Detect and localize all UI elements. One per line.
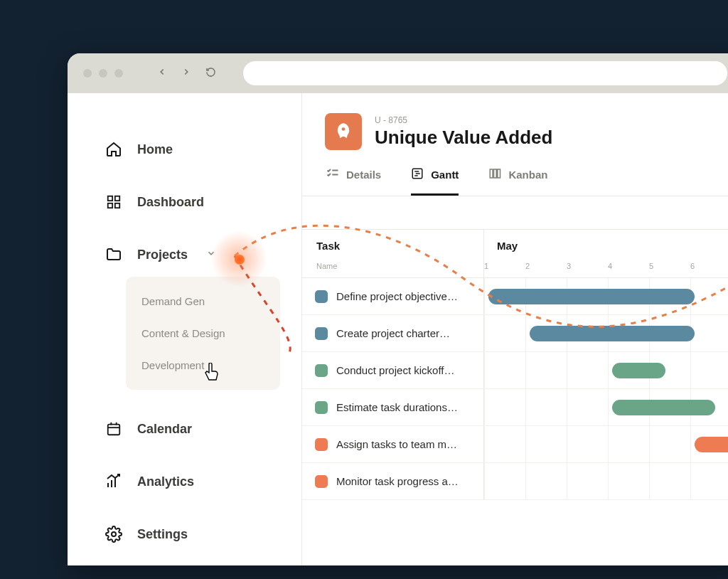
sidebar-item-projects[interactable]: Projects [105, 228, 301, 281]
sidebar-item-label: Home [137, 142, 173, 157]
task-label: Assign tasks to team m… [336, 438, 457, 450]
sidebar-item-settings[interactable]: Settings [105, 508, 301, 561]
task-color-swatch [315, 475, 328, 488]
svg-rect-2 [108, 203, 112, 208]
gantt-timeline-cell[interactable] [484, 315, 728, 351]
day-label: 5 [649, 262, 690, 270]
traffic-light-maximize[interactable] [114, 69, 123, 78]
tab-details[interactable]: Details [326, 167, 381, 196]
calendar-icon [105, 421, 123, 437]
gantt-icon [411, 167, 424, 182]
gantt-bar[interactable] [695, 437, 728, 452]
day-label: 6 [690, 262, 728, 270]
task-header-label: Task [316, 240, 469, 252]
task-cell[interactable]: Define project objective… [302, 278, 484, 314]
tab-label: Details [346, 169, 381, 181]
projects-submenu: Demand Gen Content & Design Development [126, 277, 280, 390]
gantt-timeline-cell[interactable] [484, 278, 728, 314]
gantt-timeline-cell[interactable] [484, 352, 728, 388]
browser-window: Home Dashboard Projects Demand Gen C [68, 53, 728, 565]
gantt-row: Conduct project kickoff… [302, 352, 728, 389]
gantt-timeline-cell[interactable] [484, 463, 728, 499]
svg-rect-4 [108, 425, 120, 435]
home-icon [105, 141, 123, 158]
svg-rect-3 [115, 203, 119, 208]
task-cell[interactable]: Create project charter… [302, 315, 484, 351]
task-cell[interactable]: Monitor task progress a… [302, 463, 484, 499]
back-icon[interactable] [157, 67, 167, 80]
day-label: 3 [567, 262, 608, 270]
svg-point-12 [342, 127, 346, 131]
gantt-bar[interactable] [488, 289, 695, 304]
task-cell[interactable]: Estimate task durations… [302, 389, 484, 425]
gantt-row: Monitor task progress a… [302, 463, 728, 500]
project-rocket-icon [325, 113, 362, 150]
svg-rect-0 [108, 196, 112, 201]
sub-item-demand-gen[interactable]: Demand Gen [126, 285, 280, 317]
gantt-timeline-cell[interactable] [484, 389, 728, 425]
sidebar-item-label: Analytics [137, 474, 194, 489]
sidebar-item-label: Projects [137, 248, 188, 262]
tab-label: Gantt [431, 169, 459, 181]
gantt-row: Create project charter… [302, 315, 728, 352]
sidebar-item-calendar[interactable]: Calendar [105, 403, 301, 455]
sidebar: Home Dashboard Projects Demand Gen C [68, 93, 302, 565]
grid-icon [105, 194, 123, 210]
task-color-swatch [315, 401, 328, 414]
task-label: Estimate task durations… [336, 401, 458, 413]
sidebar-item-label: Calendar [137, 422, 192, 437]
day-label: 1 [484, 262, 525, 270]
tab-gantt[interactable]: Gantt [411, 167, 459, 196]
chevron-down-icon [206, 248, 216, 261]
task-subheader-label: Name [316, 262, 469, 270]
url-bar[interactable] [243, 61, 727, 85]
tab-kanban[interactable]: Kanban [488, 167, 547, 196]
gantt-bar[interactable] [612, 363, 665, 378]
gantt-row: Assign tasks to team m… [302, 426, 728, 463]
task-label: Monitor task progress a… [336, 475, 459, 487]
gantt-chart: Task Name May 123456 Define project obje… [302, 196, 728, 500]
gantt-bar[interactable] [530, 326, 695, 341]
main-content: U - 8765 Unique Value Added Details Gant… [302, 93, 728, 565]
traffic-light-close[interactable] [83, 69, 92, 78]
gear-icon [105, 526, 123, 543]
reload-icon[interactable] [205, 67, 216, 80]
sidebar-item-dashboard[interactable]: Dashboard [105, 176, 301, 228]
svg-rect-21 [498, 169, 500, 178]
task-column-header: Task Name [302, 230, 484, 277]
forward-icon[interactable] [181, 67, 191, 80]
day-label: 2 [525, 262, 567, 270]
analytics-icon [105, 473, 123, 490]
sub-item-content-design[interactable]: Content & Design [126, 317, 280, 349]
project-title: Unique Value Added [375, 127, 552, 149]
view-tabs: Details Gantt Kanban [302, 150, 728, 196]
sidebar-item-home[interactable]: Home [105, 123, 301, 176]
folder-icon [105, 246, 123, 263]
sub-item-development[interactable]: Development [126, 349, 280, 381]
project-header: U - 8765 Unique Value Added [302, 93, 728, 150]
kanban-icon [488, 167, 501, 182]
checklist-icon [326, 167, 339, 182]
gantt-timeline-cell[interactable] [484, 426, 728, 462]
task-label: Define project objective… [336, 290, 458, 302]
svg-rect-1 [115, 196, 119, 201]
sidebar-item-analytics[interactable]: Analytics [105, 455, 301, 508]
tab-label: Kanban [508, 169, 547, 181]
timeline-header: May 123456 [484, 230, 728, 277]
task-color-swatch [315, 438, 328, 451]
month-label: May [484, 240, 728, 252]
project-code: U - 8765 [375, 115, 552, 125]
day-label: 4 [608, 262, 649, 270]
task-cell[interactable]: Conduct project kickoff… [302, 352, 484, 388]
gantt-row: Estimate task durations… [302, 389, 728, 426]
task-cell[interactable]: Assign tasks to team m… [302, 426, 484, 462]
traffic-light-minimize[interactable] [99, 69, 107, 78]
sidebar-item-label: Settings [137, 527, 188, 542]
task-color-swatch [315, 327, 328, 340]
gantt-bar[interactable] [612, 400, 715, 415]
gantt-row: Define project objective… [302, 278, 728, 315]
task-label: Conduct project kickoff… [336, 364, 454, 376]
sidebar-item-label: Dashboard [137, 195, 204, 210]
svg-point-11 [112, 532, 116, 536]
svg-rect-19 [491, 169, 493, 178]
